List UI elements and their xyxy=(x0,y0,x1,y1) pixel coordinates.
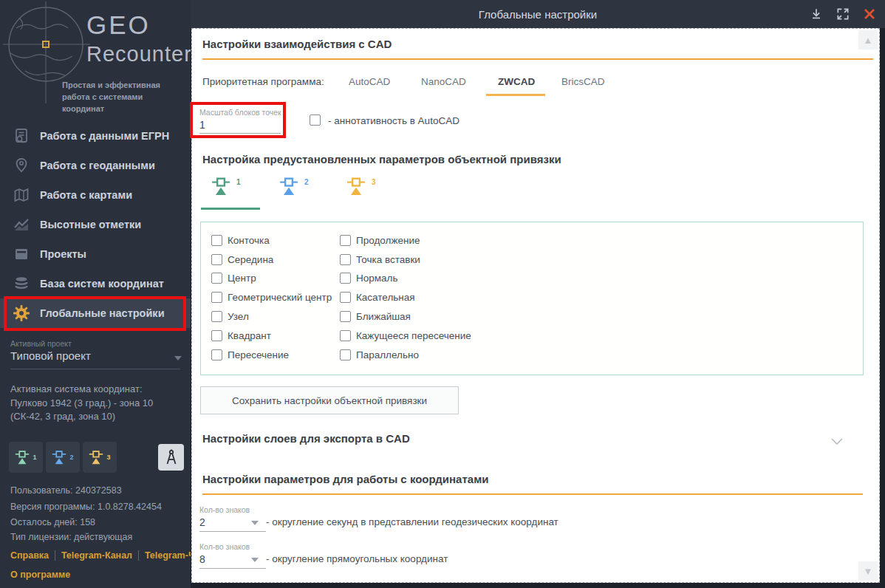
sidebar-item-geodata[interactable]: Работа с геоданными xyxy=(0,151,191,180)
snap-checkbox-label: Продолжение xyxy=(356,235,420,246)
logo-subtitle: Recounter xyxy=(86,42,191,66)
snap-preset-button-1[interactable]: 1 xyxy=(9,442,43,473)
snap-checkbox-label: Узел xyxy=(228,311,249,322)
snap-tab-number: 3 xyxy=(372,178,376,186)
active-project-label: Активный проект xyxy=(10,339,72,348)
snap-preset-number: 3 xyxy=(106,454,110,461)
annotative-checkbox-label: - аннотативность в AutoCAD xyxy=(328,115,459,126)
location-pin-icon xyxy=(12,157,31,174)
about-link[interactable]: О программе xyxy=(10,570,70,580)
snap-checkbox[interactable] xyxy=(211,330,222,341)
snap-preset-button-3[interactable]: 3 xyxy=(83,442,117,473)
coords-section-divider xyxy=(202,493,863,495)
layers-section-title: Настройки слоев для экспорта в CAD xyxy=(202,432,410,445)
settings-panel: Настройки взаимодействия с CAD Приоритет… xyxy=(191,28,880,583)
snap-preset-number: 1 xyxy=(33,454,36,461)
selected-program-underline xyxy=(486,94,545,96)
snap-checkbox-label: Центр xyxy=(228,273,256,284)
help-link[interactable]: Справка xyxy=(10,550,49,561)
snap-checkbox-label: Середина xyxy=(228,254,273,265)
digits-field-label: Кол-во знаков xyxy=(199,505,250,514)
program-tab-autocad[interactable]: AutoCAD xyxy=(349,76,390,87)
expand-icon[interactable] xyxy=(835,6,851,22)
sidebar-item-label: Глобальные настройки xyxy=(40,307,165,319)
snap-tab-1[interactable]: 1 xyxy=(211,177,241,196)
snap-checkbox-label: Параллельно xyxy=(356,349,419,360)
snap-checkbox[interactable] xyxy=(211,235,222,246)
chevron-down-icon[interactable] xyxy=(174,356,182,360)
sidebar: GEO Recounter Простая и эффективная рабо… xyxy=(0,0,191,588)
seconds-rounding-select[interactable]: 2 xyxy=(199,516,205,528)
annotative-checkbox[interactable] xyxy=(310,114,321,126)
snap-tab-2[interactable]: 2 xyxy=(279,177,309,196)
snap-checkbox[interactable] xyxy=(340,235,351,246)
sidebar-item-label: База систем координат xyxy=(40,278,164,290)
chevron-down-icon[interactable] xyxy=(251,521,259,525)
snap-tab-3[interactable]: 3 xyxy=(346,177,376,196)
telegram-chat-link[interactable]: Telegram-Чат xyxy=(145,550,191,561)
app-window: GEO Recounter Простая и эффективная рабо… xyxy=(0,0,885,588)
sidebar-item-global-settings[interactable]: Глобальные настройки xyxy=(0,298,191,328)
snap-checkbox[interactable] xyxy=(340,292,351,303)
snap-checkbox[interactable] xyxy=(340,349,351,360)
sidebar-item-projects[interactable]: Проекты xyxy=(0,239,191,269)
snap-checkbox[interactable] xyxy=(211,254,222,265)
sidebar-item-crs-database[interactable]: База систем координат xyxy=(0,269,191,298)
window-title: Глобальные настройки xyxy=(191,8,885,21)
snap-checkbox-panel: Конточка Середина Центр Геометрический ц… xyxy=(200,222,864,375)
sidebar-item-label: Работа с геоданными xyxy=(40,160,155,171)
snap-checkbox-label: Кажущееся пересечение xyxy=(356,330,471,341)
scale-field-input[interactable]: 1 xyxy=(199,119,205,131)
snap-marker-icon xyxy=(346,177,366,196)
sidebar-item-maps[interactable]: Работа с картами xyxy=(0,180,191,210)
selected-snap-tab-underline xyxy=(201,208,260,210)
sidebar-item-elevations[interactable]: Высотные отметки xyxy=(0,210,191,239)
snap-checkbox-label: Касательная xyxy=(356,292,415,303)
coords-section-title: Настройки параметров для работы с коорди… xyxy=(202,473,488,485)
snap-checkbox[interactable] xyxy=(211,273,222,284)
snap-checkbox[interactable] xyxy=(340,254,351,265)
telegram-channel-link[interactable]: Telegram-Канал xyxy=(61,550,132,561)
snap-checkbox[interactable] xyxy=(211,311,222,322)
chevron-down-icon[interactable] xyxy=(251,558,259,562)
active-crs-value: Пулково 1942 (3 град.) - зона 10 (СК-42,… xyxy=(10,397,177,423)
snap-checkbox[interactable] xyxy=(340,311,351,322)
window-header: Глобальные настройки xyxy=(191,0,885,28)
close-icon[interactable] xyxy=(861,6,878,22)
snap-checkbox-label: Конточка xyxy=(228,235,270,246)
active-crs-label: Активная система координат: xyxy=(10,383,143,394)
days-left-text: Осталось дней: 158 xyxy=(10,517,95,527)
program-tab-nanocad[interactable]: NanoCAD xyxy=(421,76,466,87)
download-icon[interactable] xyxy=(808,6,824,22)
sidebar-item-label: Работа с данными ЕГРН xyxy=(40,130,169,142)
logo-title: GEO xyxy=(86,10,151,40)
snap-checkbox[interactable] xyxy=(340,330,351,341)
snap-checkbox-label: Ближайшая xyxy=(356,311,411,322)
footer-links: Справка Telegram-Канал Telegram-Чат VK xyxy=(10,550,191,561)
program-tab-bricscad[interactable]: BricsCAD xyxy=(561,76,605,87)
snap-checkbox[interactable] xyxy=(211,292,222,303)
rect-coords-rounding-select[interactable]: 8 xyxy=(199,553,205,565)
program-tab-zwcad[interactable]: ZWCAD xyxy=(498,76,535,87)
snap-preset-button-2[interactable]: 2 xyxy=(46,442,80,473)
active-project-select[interactable]: Типовой проект xyxy=(10,349,165,362)
scrollbar-up-button[interactable]: ▲ xyxy=(858,30,878,49)
cad-section-divider xyxy=(202,58,873,60)
sidebar-item-label: Высотные отметки xyxy=(40,219,141,230)
save-snap-settings-button[interactable]: Сохранить настройки объектной привязки xyxy=(200,386,459,414)
snap-checkbox[interactable] xyxy=(211,349,222,360)
scrollbar-down-button[interactable]: ▼ xyxy=(858,561,878,581)
snap-checkbox-label: Геометрический центр xyxy=(228,292,332,303)
snap-checkbox-label: Точка вставки xyxy=(356,254,420,265)
elevation-chart-icon xyxy=(12,216,31,233)
sidebar-item-egrn[interactable]: Работа с данными ЕГРН xyxy=(0,121,191,151)
compass-tool-button[interactable] xyxy=(158,444,184,471)
chevron-down-icon[interactable] xyxy=(831,435,843,448)
link-divider xyxy=(55,550,55,561)
snap-checkbox[interactable] xyxy=(340,273,351,284)
sidebar-item-label: Проекты xyxy=(40,248,86,260)
select-underline xyxy=(199,531,266,532)
link-divider xyxy=(138,550,139,561)
user-id-text: Пользователь: 240372583 xyxy=(10,485,122,496)
scale-field-underline xyxy=(199,133,281,134)
